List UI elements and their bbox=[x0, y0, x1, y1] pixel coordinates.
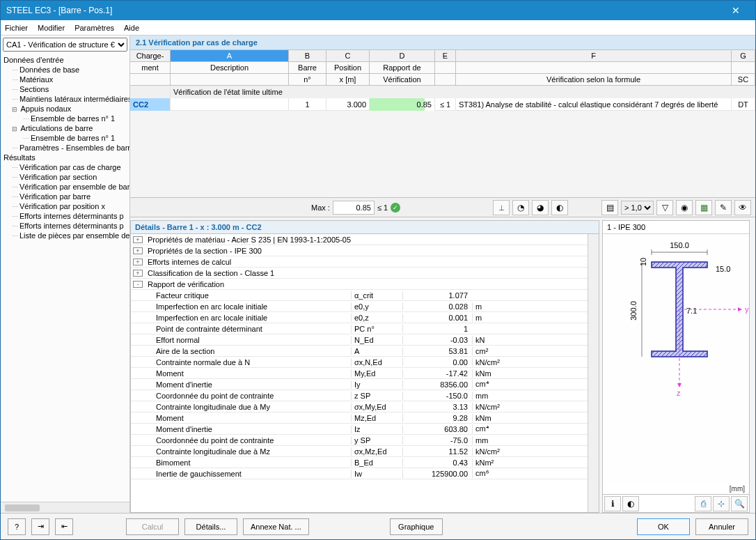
tree-node[interactable]: Matériaux bbox=[3, 75, 127, 84]
expand-icon[interactable]: + bbox=[133, 259, 143, 265]
tree-node[interactable]: Vérification par position x bbox=[3, 201, 127, 211]
grid-toolbar: Max : ≤ 1 ✓ ⟂ ◔ ◕ ◐ ▤ > 1,0 ▽ ◉ ▦ ✎ � bbox=[130, 197, 755, 217]
tool-icon-2[interactable]: ✎ bbox=[715, 200, 732, 215]
help-icon[interactable]: ? bbox=[8, 518, 26, 535]
filter-icon-1[interactable]: ⟂ bbox=[493, 200, 510, 215]
filter-icon-2[interactable]: ◔ bbox=[512, 200, 529, 215]
tree-node[interactable]: Liste de pièces par ensemble de bbox=[3, 231, 127, 240]
blob-icon[interactable]: ◐ bbox=[622, 496, 639, 511]
details-row[interactable]: Moment d'inertieIz603.80cm⁴ bbox=[131, 424, 588, 435]
details-row[interactable]: Contrainte longitudinale due à Mzσx,Mz,E… bbox=[131, 446, 588, 457]
tree-node[interactable]: Paramètres - Ensembles de barres bbox=[3, 143, 127, 153]
sidebar: CA1 - Vérification de structure € Donnée… bbox=[1, 36, 130, 513]
details-group[interactable]: +Efforts internes de calcul bbox=[131, 256, 588, 268]
details-row[interactable]: Aire de la sectionA53.81cm² bbox=[131, 346, 588, 357]
close-icon[interactable]: ✕ bbox=[722, 5, 750, 16]
menu-modifier[interactable]: Modifier bbox=[38, 24, 65, 32]
calcul-button[interactable]: Calcul bbox=[126, 518, 179, 535]
details-row[interactable]: MomentMz,Ed9.28kNm bbox=[131, 412, 588, 424]
details-row[interactable]: Moment d'inertieIy8356.00cm⁴ bbox=[131, 379, 588, 390]
tree-node[interactable]: Articulations de barre bbox=[3, 123, 127, 133]
details-button[interactable]: Détails... bbox=[184, 518, 237, 535]
view-icon[interactable]: 👁 bbox=[734, 200, 751, 215]
tree-node[interactable]: Efforts internes déterminants p bbox=[3, 211, 127, 221]
svg-text:150.0: 150.0 bbox=[670, 241, 689, 249]
details-group[interactable]: +Propriétés de la section - IPE 300 bbox=[131, 245, 588, 256]
details-row[interactable]: BimomentB_Ed0.43kNm² bbox=[131, 457, 588, 468]
details-scrollbar[interactable] bbox=[588, 234, 599, 512]
tree-node[interactable]: Données d'entrée bbox=[3, 55, 127, 65]
col-c[interactable]: C bbox=[326, 50, 370, 61]
details-row[interactable]: Contrainte normale due à Nσx,N,Ed0.00kN/… bbox=[131, 357, 588, 368]
preview-canvas[interactable]: 150.0 300.0 10 15.0 7.1 bbox=[603, 234, 749, 484]
col-b[interactable]: B bbox=[289, 50, 326, 61]
tree-node[interactable]: Données de base bbox=[3, 65, 127, 75]
cell-cc[interactable]: CC2 bbox=[130, 98, 171, 111]
menu-fichier[interactable]: Fichier bbox=[5, 24, 28, 32]
details-row[interactable]: Imperfection en arc locale initialee0,z0… bbox=[131, 312, 588, 323]
details-row[interactable]: Inertie de gauchissementIw125900.00cm⁶ bbox=[131, 468, 588, 479]
col-d[interactable]: D bbox=[370, 50, 435, 61]
filter-icon-4[interactable]: ◐ bbox=[551, 200, 568, 215]
ok-button[interactable]: OK bbox=[637, 518, 690, 535]
search-zoom-icon[interactable]: 🔍 bbox=[731, 496, 748, 511]
tree-node[interactable]: Vérification par section bbox=[3, 172, 127, 182]
table-row[interactable]: CC2 1 3.000 0.85 ≤ 1 ST381) Analyse de s… bbox=[130, 98, 755, 111]
case-selector[interactable]: CA1 - Vérification de structure € bbox=[3, 38, 127, 52]
annexe-button[interactable]: Annexe Nat. ... bbox=[243, 518, 309, 535]
filter-icon-3[interactable]: ◕ bbox=[532, 200, 549, 215]
ratio-selector[interactable]: > 1,0 bbox=[621, 201, 654, 215]
color-scale-icon[interactable]: ▤ bbox=[601, 200, 618, 215]
col-e[interactable]: E bbox=[435, 50, 456, 61]
col-sc[interactable]: G bbox=[732, 50, 755, 61]
tree-node[interactable]: Vérification par barre bbox=[3, 192, 127, 201]
details-row[interactable]: Imperfection en arc locale initialee0,y0… bbox=[131, 301, 588, 312]
details-group[interactable]: +Propriétés de matériau - Acier S 235 | … bbox=[131, 234, 588, 245]
max-value-input[interactable] bbox=[333, 201, 375, 215]
tree-node[interactable]: Sections bbox=[3, 84, 127, 94]
io-in-icon[interactable]: ⇥ bbox=[31, 518, 49, 535]
print-icon[interactable]: ⎙ bbox=[695, 496, 711, 511]
graphique-button[interactable]: Graphique bbox=[390, 518, 443, 535]
col-a[interactable]: A bbox=[171, 50, 289, 61]
annuler-button[interactable]: Annuler bbox=[695, 518, 748, 535]
info-icon[interactable]: ℹ bbox=[604, 496, 621, 511]
export-excel-icon[interactable]: ▦ bbox=[695, 200, 712, 215]
col-chargement[interactable]: Charge- bbox=[130, 50, 171, 61]
tree-node[interactable]: Maintiens latéraux intermédiaires bbox=[3, 94, 127, 104]
details-title: Détails - Barre 1 - x : 3.000 m - CC2 bbox=[131, 221, 599, 234]
filter-funnel-icon[interactable]: ▽ bbox=[656, 200, 673, 215]
io-out-icon[interactable]: ⇤ bbox=[55, 518, 73, 535]
details-row[interactable]: Effort normalN_Ed-0.03kN bbox=[131, 334, 588, 346]
svg-text:15.0: 15.0 bbox=[716, 265, 730, 273]
tree-node[interactable]: Appuis nodaux bbox=[3, 104, 127, 114]
tree-node[interactable]: Efforts internes déterminants p bbox=[3, 221, 127, 231]
tree-node[interactable]: Résultats bbox=[3, 153, 127, 162]
preview-unit: [mm] bbox=[603, 484, 749, 494]
axes-icon[interactable]: ⊹ bbox=[713, 496, 730, 511]
details-row[interactable]: Facteur critiqueα_crit1.077 bbox=[131, 290, 588, 301]
window-title: STEEL EC3 - [Barre - Pos.1] bbox=[6, 6, 722, 15]
details-group[interactable]: -Rapport de vérification bbox=[131, 279, 588, 290]
menu-parametres[interactable]: Paramètres bbox=[74, 24, 114, 32]
expand-icon[interactable]: + bbox=[133, 270, 143, 277]
details-row[interactable]: Contrainte longitudinale due à Myσx,My,E… bbox=[131, 401, 588, 412]
col-f[interactable]: F bbox=[456, 50, 732, 61]
max-label: Max : bbox=[311, 203, 330, 212]
sidebar-scrollbar[interactable] bbox=[1, 502, 129, 513]
tool-icon-1[interactable]: ◉ bbox=[676, 200, 693, 215]
details-row[interactable]: Point de contrainte déterminantPC n°1 bbox=[131, 323, 588, 334]
tree-node[interactable]: Vérification par ensemble de barres bbox=[3, 182, 127, 192]
details-row[interactable]: Coordonnée du point de contraintey SP-75… bbox=[131, 435, 588, 446]
details-body[interactable]: +Propriétés de matériau - Acier S 235 | … bbox=[131, 234, 588, 512]
tree-node[interactable]: Vérification par cas de charge bbox=[3, 162, 127, 172]
collapse-icon[interactable]: - bbox=[133, 281, 143, 288]
expand-icon[interactable]: + bbox=[133, 236, 143, 243]
details-group[interactable]: +Classification de la section - Classe 1 bbox=[131, 268, 588, 279]
details-row[interactable]: Coordonnée du point de contraintez SP-15… bbox=[131, 390, 588, 401]
expand-icon[interactable]: + bbox=[133, 247, 143, 254]
tree-node[interactable]: Ensemble de barres n° 1 bbox=[3, 133, 127, 143]
tree-node[interactable]: Ensemble de barres n° 1 bbox=[3, 114, 127, 123]
menu-aide[interactable]: Aide bbox=[124, 24, 139, 32]
details-row[interactable]: MomentMy,Ed-17.42kNm bbox=[131, 368, 588, 379]
